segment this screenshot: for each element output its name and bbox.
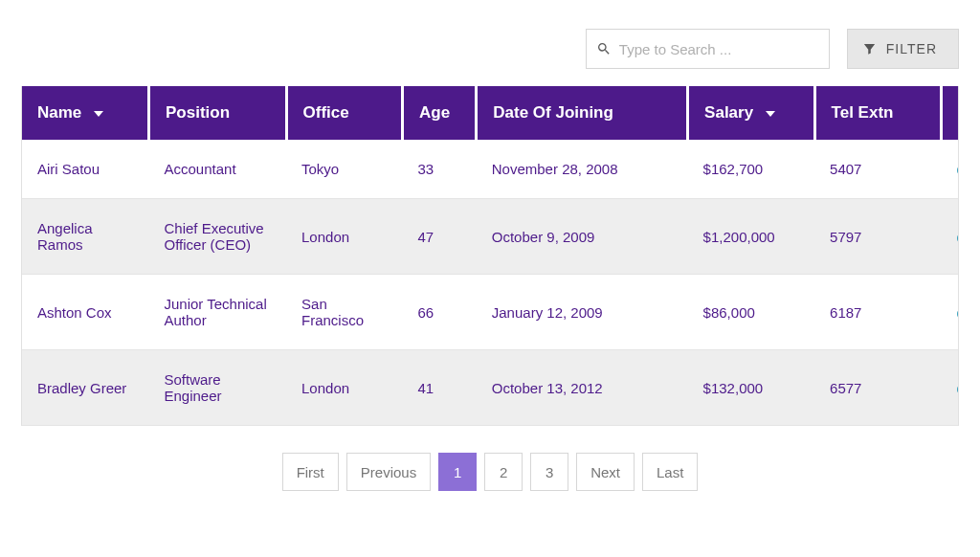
cell-office: San Francisco [286, 275, 402, 350]
page-2[interactable]: 2 [484, 453, 523, 491]
cell-ext: 5797 [814, 199, 942, 275]
col-position[interactable]: Position [149, 86, 287, 140]
filter-icon [862, 42, 877, 56]
col-ext[interactable]: Tel Extn [814, 86, 942, 140]
cell-email[interactable]: demo [942, 350, 959, 426]
cell-email[interactable]: demo [942, 199, 959, 275]
data-table: Name Position Office Age Date Of Joining… [22, 86, 959, 426]
cell-email[interactable]: demo [942, 140, 959, 199]
filter-button[interactable]: FILTER [847, 29, 959, 69]
cell-salary: $162,700 [688, 140, 815, 199]
page-3[interactable]: 3 [530, 453, 568, 491]
cell-age: 66 [402, 275, 476, 350]
pagination: First Previous 1 2 3 Next Last [21, 453, 959, 491]
cell-age: 47 [402, 199, 476, 275]
page-last[interactable]: Last [642, 453, 698, 491]
cell-salary: $86,000 [688, 275, 815, 350]
cell-doj: January 12, 2009 [477, 275, 688, 350]
search-input[interactable] [586, 29, 830, 69]
cell-age: 33 [402, 140, 476, 199]
table-row: Bradley Greer Software Engineer London 4… [22, 350, 959, 426]
col-name-label: Name [37, 103, 81, 122]
table-row: Ashton Cox Junior Technical Author San F… [22, 275, 959, 350]
col-doj-label: Date Of Joining [493, 103, 613, 122]
col-office[interactable]: Office [286, 86, 402, 140]
col-age[interactable]: Age [402, 86, 476, 140]
table-row: Airi Satou Accountant Tokyo 33 November … [22, 140, 959, 199]
cell-office: London [286, 199, 402, 275]
cell-doj: October 13, 2012 [477, 350, 688, 426]
col-email-label: Email [958, 103, 959, 122]
col-office-label: Office [303, 103, 349, 122]
cell-salary: $132,000 [688, 350, 815, 426]
cell-name: Bradley Greer [22, 350, 149, 426]
cell-doj: October 9, 2009 [477, 199, 688, 275]
cell-doj: November 28, 2008 [477, 140, 688, 199]
page-1[interactable]: 1 [438, 453, 477, 491]
search-wrapper [586, 29, 830, 69]
cell-ext: 6187 [814, 275, 942, 350]
col-doj[interactable]: Date Of Joining [477, 86, 688, 140]
cell-ext: 5407 [814, 140, 942, 199]
page-next[interactable]: Next [576, 453, 635, 491]
cell-position: Software Engineer [149, 350, 287, 426]
col-name[interactable]: Name [22, 86, 149, 140]
col-salary[interactable]: Salary [688, 86, 815, 140]
col-salary-label: Salary [704, 103, 753, 122]
sort-arrow-icon [94, 111, 103, 117]
cell-salary: $1,200,000 [688, 199, 815, 275]
col-age-label: Age [419, 103, 450, 122]
cell-name: Ashton Cox [22, 275, 149, 350]
cell-age: 41 [402, 350, 476, 426]
page-previous[interactable]: Previous [346, 453, 431, 491]
table-scroll[interactable]: Name Position Office Age Date Of Joining… [21, 86, 959, 426]
sort-arrow-icon [766, 111, 775, 117]
cell-position: Junior Technical Author [149, 275, 287, 350]
cell-position: Chief Executive Officer (CEO) [149, 199, 287, 275]
page-first[interactable]: First [282, 453, 339, 491]
cell-name: Airi Satou [22, 140, 149, 199]
cell-position: Accountant [149, 140, 287, 199]
col-position-label: Position [166, 103, 230, 122]
cell-ext: 6577 [814, 350, 942, 426]
col-email[interactable]: Email [942, 86, 959, 140]
table-row: Angelica Ramos Chief Executive Officer (… [22, 199, 959, 275]
col-ext-label: Tel Extn [832, 103, 894, 122]
cell-office: Tokyo [286, 140, 402, 199]
cell-email[interactable]: demo [942, 275, 959, 350]
filter-label: FILTER [886, 41, 937, 56]
cell-office: London [286, 350, 402, 426]
search-icon [596, 41, 612, 56]
cell-name: Angelica Ramos [22, 199, 149, 275]
